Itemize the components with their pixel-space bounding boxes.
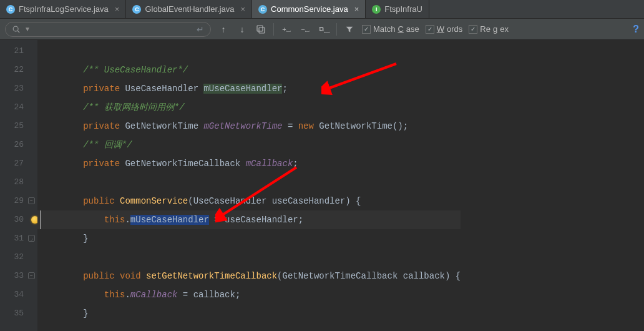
add-selection-icon[interactable]: +⎵ [280,23,293,36]
tab-file-2[interactable]: C CommonService.java × [252,0,366,18]
tab-label: CommonService.java [271,4,348,14]
code-line: this.mUseCaseHandler = useCaseHandler; [37,210,461,229]
code-line: private GetNetworkTimeCallback mCallback… [37,154,461,173]
interface-icon: I [372,5,381,14]
remove-selection-icon[interactable]: −⎵ [299,23,311,36]
line-number: 30 [0,210,37,229]
match-case-checkbox[interactable]: ✓Match Case [362,24,419,34]
filter-icon[interactable] [343,23,356,36]
class-icon: C [258,5,267,14]
editor-tabs: C FtspInfraLogService.java × C GlobalEve… [0,0,644,19]
prev-occurrence-icon[interactable]: ↑ [217,23,230,36]
find-toolbar: ▼ ↵ ↑ ↓ +⎵ −⎵ ⧉⎵ ✓Match Case ✓Words ✓Reg… [0,19,644,40]
line-number: 25 [0,117,37,136]
code-line: public void setGetNetworkTimeCallback(Ge… [37,267,461,285]
line-number: 24 [0,98,37,117]
next-occurrence-icon[interactable]: ↓ [236,23,248,36]
svg-line-1 [17,31,19,32]
line-number: 22 [0,61,37,79]
search-icon [12,25,21,34]
dropdown-icon[interactable]: ▼ [24,26,31,32]
fold-minus-icon[interactable]: − [28,272,35,279]
enter-icon: ↵ [197,24,204,34]
tab-file-0[interactable]: C FtspInfraLogService.java × [0,0,126,18]
close-icon[interactable]: × [115,4,120,14]
words-checkbox[interactable]: ✓Words [426,24,463,34]
svg-rect-3 [259,27,265,33]
search-input[interactable]: ▼ ↵ [5,22,211,37]
tab-label: FtspInfraU [384,4,422,14]
chk-label: ords [447,24,462,34]
line-number: 34 [0,285,37,304]
class-icon: C [132,5,141,14]
chk-label: ex [500,24,509,34]
code-line: } [37,229,461,248]
code-line: /** 回调*/ [37,136,461,154]
class-icon: C [6,5,15,14]
line-number: 33− [0,267,37,285]
code-line: public CommonService(UseCaseHandler useC… [37,192,461,210]
fold-end-icon[interactable]: ⌟ [28,235,35,242]
code-area[interactable]: /** UseCaseHandler*/ private UseCaseHand… [37,40,461,331]
line-number: 21 [0,42,37,61]
line-number: 32 [0,248,37,267]
regex-checkbox[interactable]: ✓Regex [469,24,509,34]
tab-label: FtspInfraLogService.java [19,4,109,14]
line-number: 29− [0,192,37,210]
svg-point-0 [13,26,18,31]
separator [336,23,337,36]
svg-rect-2 [257,26,263,31]
code-line: private UseCaseHandler mUseCaseHandler; [37,79,461,98]
line-number: 28 [0,173,37,192]
select-all-icon[interactable] [255,23,267,36]
close-icon[interactable]: × [240,4,245,14]
code-line [37,248,461,267]
tab-label: GlobalEventHandler.java [145,4,234,14]
line-number: 35 [0,304,37,323]
line-number: 31⌟ [0,229,37,248]
close-icon[interactable]: × [354,4,359,14]
help-icon[interactable]: ? [633,24,639,35]
tab-file-1[interactable]: C GlobalEventHandler.java × [126,0,252,18]
code-line [37,42,461,61]
code-line: /** 获取网络时间用例*/ [37,98,461,117]
code-line [37,173,461,192]
chk-label: Match [373,24,395,34]
select-all-occurrences-icon[interactable]: ⧉⎵ [318,23,330,36]
tab-file-3[interactable]: I FtspInfraU [366,0,429,18]
code-line: this.mCallback = callback; [37,285,461,304]
code-editor[interactable]: 21 22 23 24 25 26 27 28 29− 30 31⌟ 32 33… [0,40,644,331]
separator [273,23,274,36]
code-line: /** UseCaseHandler*/ [37,61,461,79]
code-line: } [37,304,461,323]
line-number: 27 [0,154,37,173]
code-line: private GetNetworkTime mGetNetworkTime =… [37,117,461,136]
line-number: 23 [0,79,37,98]
caret [40,210,41,229]
line-number: 26 [0,136,37,154]
fold-minus-icon[interactable]: − [28,197,35,204]
gutter: 21 22 23 24 25 26 27 28 29− 30 31⌟ 32 33… [0,40,37,331]
